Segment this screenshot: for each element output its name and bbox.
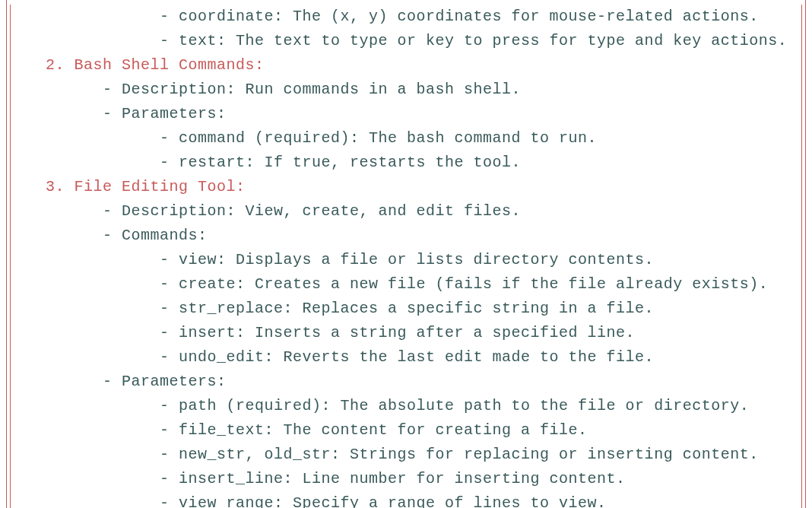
code-line: - new_str, old_str: Strings for replacin… xyxy=(46,443,766,467)
document-code-block: - coordinate: The (x, y) coordinates for… xyxy=(46,5,766,508)
code-line: - undo_edit: Reverts the last edit made … xyxy=(46,345,766,370)
code-line: - Description: Run commands in a bash sh… xyxy=(46,78,766,102)
code-line: - text: The text to type or key to press… xyxy=(46,29,766,53)
code-line: - file_text: The content for creating a … xyxy=(46,418,766,443)
code-line: - Parameters: xyxy=(46,370,766,394)
code-line: - restart: If true, restarts the tool. xyxy=(46,151,766,175)
code-line: - path (required): The absolute path to … xyxy=(46,394,766,418)
code-line: - insert: Inserts a string after a speci… xyxy=(46,321,766,345)
code-line: - coordinate: The (x, y) coordinates for… xyxy=(46,5,766,29)
outer-frame: - coordinate: The (x, y) coordinates for… xyxy=(6,0,806,508)
code-line: - Parameters: xyxy=(46,102,766,126)
code-line: - Description: View, create, and edit fi… xyxy=(46,199,766,224)
section-heading: 3. File Editing Tool: xyxy=(46,175,766,199)
section-heading: 2. Bash Shell Commands: xyxy=(46,53,766,78)
code-line: - create: Creates a new file (fails if t… xyxy=(46,272,766,297)
code-line: - insert_line: Line number for inserting… xyxy=(46,467,766,491)
code-line: - str_replace: Replaces a specific strin… xyxy=(46,297,766,321)
code-line: - view_range: Specify a range of lines t… xyxy=(46,491,766,508)
code-line: - Commands: xyxy=(46,224,766,248)
inner-frame: - coordinate: The (x, y) coordinates for… xyxy=(10,5,802,508)
code-line: - view: Displays a file or lists directo… xyxy=(46,248,766,272)
code-line: - command (required): The bash command t… xyxy=(46,126,766,151)
